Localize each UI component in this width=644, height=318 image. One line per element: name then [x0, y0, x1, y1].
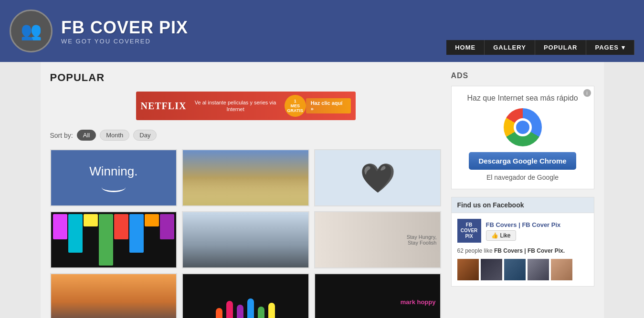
netflix-ad-text: Ve al instante películas y series via In…	[186, 99, 284, 113]
facebook-like-button[interactable]: 👍 Like	[486, 230, 516, 241]
ads-section-title: ADS	[451, 72, 594, 80]
site-subtitle: WE GOT YOU COVERED	[61, 38, 188, 45]
facebook-box-title: Find us on Facebook	[452, 197, 594, 213]
color-person-3	[237, 305, 243, 318]
stay-hungry-text: Stay Hungry, Stay Foolish	[407, 234, 437, 246]
fb-cover-pix-icon: FBCOVERPIX	[457, 219, 481, 243]
winning-text: Winning.	[89, 164, 137, 179]
chrome-ad-text2: El navegador de Google	[459, 174, 586, 181]
netflix-logo: NETFLIX	[141, 101, 187, 112]
main-container: POPULAR NETFLIX Ve al instante películas…	[41, 62, 604, 318]
chrome-logo	[504, 108, 542, 146]
badge-line3: GRATIS	[287, 108, 303, 113]
fb-avatar-3	[504, 259, 526, 280]
badge-line2: MES	[291, 103, 300, 108]
nav-popular[interactable]: POPULAR	[535, 40, 587, 55]
chrome-inner-circle	[514, 118, 532, 136]
grid-item-3[interactable]: 🖤	[314, 149, 442, 206]
fb-page-name: FB Covers | FB Cover Pix	[486, 221, 561, 228]
image-grid: Winning. 🖤	[50, 149, 442, 318]
site-title-block: FB COVER PIX WE GOT YOU COVERED	[61, 18, 188, 45]
mark-hoppy-text: mark hoppy	[401, 298, 436, 306]
page-title: POPULAR	[50, 72, 442, 84]
content-area: POPULAR NETFLIX Ve al instante películas…	[50, 72, 442, 318]
sort-bar: Sort by: All Month Day	[50, 130, 442, 141]
netflix-ad-badge: 1 MES GRATIS	[285, 95, 306, 117]
like-button-label: Like	[500, 232, 511, 239]
grid-item-2[interactable]	[182, 149, 309, 206]
thumb-up-icon: 👍	[491, 232, 498, 239]
grid-item-8[interactable]	[182, 273, 309, 318]
fb-count-number: 62 people like	[457, 247, 493, 254]
heart-image: 🖤	[315, 150, 441, 205]
nav-gallery[interactable]: GALLERY	[485, 40, 535, 55]
sort-label: Sort by:	[50, 132, 73, 139]
sort-month-button[interactable]: Month	[100, 130, 129, 141]
sort-day-button[interactable]: Day	[133, 130, 157, 141]
colorblocks-image	[51, 212, 177, 267]
chevron-down-icon: ▾	[622, 44, 625, 51]
grid-item-6[interactable]: Stay Hungry, Stay Foolish	[314, 211, 442, 268]
facebook-box: Find us on Facebook FBCOVERPIX FB Covers…	[451, 197, 594, 287]
fb-avatar-2	[481, 259, 502, 280]
sort-all-button[interactable]: All	[77, 130, 96, 141]
site-title: FB COVER PIX	[61, 18, 188, 38]
nav-home[interactable]: HOME	[446, 40, 485, 55]
nav-pages[interactable]: PAGES ▾	[586, 40, 634, 55]
grid-item-9[interactable]: mark hoppy	[314, 273, 442, 318]
facebook-like-count: 62 people like FB Covers | FB Cover Pix.	[457, 247, 588, 254]
facebook-box-content: FBCOVERPIX FB Covers | FB Cover Pix 👍 Li…	[452, 213, 594, 286]
city-image	[183, 150, 308, 205]
chrome-ad-box: i Haz que Internet sea más rápido Descar…	[451, 86, 594, 189]
cityscape-image	[183, 212, 308, 267]
fb-count-page: FB Covers | FB Cover Pix.	[494, 247, 565, 254]
netflix-ad-banner[interactable]: NETFLIX Ve al instante películas y serie…	[136, 92, 356, 120]
grid-item-4[interactable]	[50, 211, 178, 268]
fb-page-info: FB Covers | FB Cover Pix 👍 Like	[486, 221, 561, 241]
color-person-1	[216, 308, 222, 318]
facebook-page-row: FBCOVERPIX FB Covers | FB Cover Pix 👍 Li…	[457, 219, 588, 243]
fb-page-logo: FBCOVERPIX	[461, 222, 478, 239]
fb-avatar-1	[457, 259, 479, 280]
chrome-ad-text1: Haz que Internet sea más rápido	[459, 94, 586, 103]
fb-avatar-5	[551, 259, 572, 280]
person-image: Stay Hungry, Stay Foolish	[315, 212, 441, 267]
chrome-download-button[interactable]: Descarga Google Chrome	[469, 152, 576, 170]
grid-item-7[interactable]	[50, 273, 178, 318]
color-person-5	[258, 307, 264, 318]
person2-image: mark hoppy	[315, 274, 441, 318]
bridge-image	[51, 274, 177, 318]
color-person-6	[268, 303, 275, 318]
fb-avatar-4	[528, 259, 549, 280]
badge-line1: 1	[294, 99, 296, 103]
chrome-ad-close-button[interactable]: i	[583, 89, 591, 97]
grid-item-1[interactable]: Winning.	[50, 149, 178, 206]
facebook-avatars	[457, 259, 588, 280]
logo-icon: 👥	[21, 22, 42, 40]
color-person-2	[226, 301, 233, 318]
netflix-cta-button[interactable]: Haz clic aquí »	[306, 98, 351, 113]
sidebar: ADS i Haz que Internet sea más rápido De…	[451, 72, 594, 318]
header-left: 👥 FB COVER PIX WE GOT YOU COVERED	[10, 10, 188, 52]
site-logo: 👥	[10, 10, 53, 52]
grid-item-5[interactable]	[182, 211, 309, 268]
main-nav: HOME GALLERY POPULAR PAGES ▾	[446, 40, 634, 55]
winning-curve-decoration	[102, 183, 126, 192]
colorful-people-image	[183, 274, 308, 318]
color-person-4	[247, 298, 254, 318]
site-header: 👥 FB COVER PIX WE GOT YOU COVERED HOME G…	[0, 0, 644, 62]
